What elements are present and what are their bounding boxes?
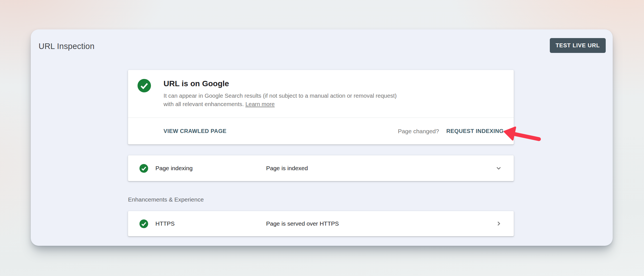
status-description: It can appear in Google Search results (… <box>164 92 402 108</box>
success-check-icon <box>139 219 148 228</box>
request-indexing-link[interactable]: REQUEST INDEXING <box>446 128 504 134</box>
page-title: URL Inspection <box>39 42 94 51</box>
page-indexing-label: Page indexing <box>155 165 266 172</box>
page-background: URL Inspection TEST LIVE URL URL is on G… <box>0 0 644 276</box>
status-title: URL is on Google <box>164 79 402 88</box>
chevron-right-icon <box>495 220 503 228</box>
enhancements-heading: Enhancements & Experience <box>128 196 514 203</box>
inspection-content: URL is on Google It can appear in Google… <box>128 70 514 236</box>
url-status-card: URL is on Google It can appear in Google… <box>128 70 514 144</box>
request-indexing-group: Page changed? REQUEST INDEXING <box>398 128 504 135</box>
chevron-down-icon <box>495 164 503 172</box>
success-check-icon <box>139 164 148 173</box>
https-status: Page is served over HTTPS <box>266 220 495 227</box>
url-status-text: URL is on Google It can appear in Google… <box>164 79 402 108</box>
url-status-body: URL is on Google It can appear in Google… <box>128 70 514 118</box>
page-indexing-status: Page is indexed <box>266 165 495 172</box>
status-action-bar: VIEW CRAWLED PAGE Page changed? REQUEST … <box>128 118 514 144</box>
page-indexing-row[interactable]: Page indexing Page is indexed <box>128 155 514 181</box>
view-crawled-page-link[interactable]: VIEW CRAWLED PAGE <box>164 128 226 134</box>
success-check-icon <box>138 79 151 93</box>
learn-more-link[interactable]: Learn more <box>245 101 275 107</box>
https-label: HTTPS <box>155 220 266 227</box>
https-row[interactable]: HTTPS Page is served over HTTPS <box>128 211 514 236</box>
status-description-text: It can appear in Google Search results (… <box>164 92 397 107</box>
page-changed-label: Page changed? <box>398 128 439 135</box>
test-live-url-button[interactable]: TEST LIVE URL <box>550 38 606 53</box>
url-inspection-panel: URL Inspection TEST LIVE URL URL is on G… <box>31 29 613 246</box>
